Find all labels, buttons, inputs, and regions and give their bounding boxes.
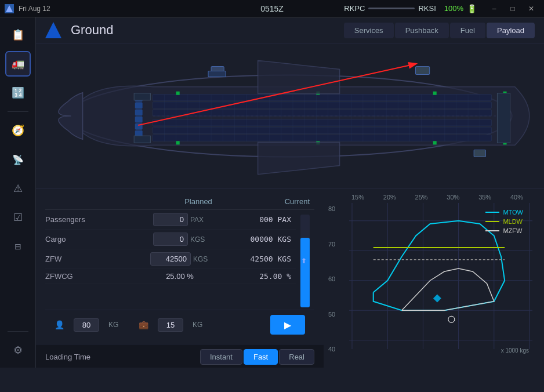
sidebar-item-checklist[interactable]: ☑ [5, 205, 31, 230]
payload-rows-wrapper: Passengers PAX 000 PAX Cargo [45, 210, 314, 310]
svg-rect-52 [497, 93, 510, 143]
tab-payload[interactable]: Payload [487, 23, 535, 38]
mldw-line [485, 221, 499, 222]
sidebar-item-sliders[interactable]: ⊟ [5, 234, 31, 259]
passengers-label: Passengers [45, 215, 133, 224]
compass-icon: 🧭 [12, 124, 24, 137]
bag-weight-input[interactable] [158, 318, 183, 332]
cargo-input[interactable] [153, 233, 188, 246]
close-button[interactable]: ✕ [523, 2, 539, 15]
maximize-button[interactable]: □ [505, 2, 521, 15]
gear-icon: ⚙ [13, 344, 23, 357]
minimize-button[interactable]: – [486, 2, 502, 15]
sidebar-item-clipboard[interactable]: 📋 [5, 22, 31, 48]
pax-weight-unit: KG [108, 321, 125, 329]
y-label-80: 80 [328, 205, 349, 212]
zfw-planned: KGS [133, 252, 226, 266]
svg-rect-43 [176, 141, 180, 144]
zfwcg-label: ZFWCG [45, 272, 133, 281]
tab-services[interactable]: Services [344, 23, 394, 38]
loading-fast-button[interactable]: Fast [244, 349, 278, 365]
zfwcg-current: 25.00 % [226, 272, 296, 281]
loading-instant-button[interactable]: Instant [200, 349, 242, 365]
clipboard-icon: 📋 [12, 28, 24, 41]
chart-area: 15% 20% 25% 30% 35% 40% 80 70 60 50 40 [324, 189, 544, 368]
sidebar-item-warning[interactable]: ⚠ [5, 176, 31, 201]
pax-weight-input[interactable] [74, 318, 99, 332]
svg-rect-42 [176, 92, 180, 95]
x-label-20: 20% [383, 194, 396, 201]
payload-header-row: Planned Current [45, 194, 314, 210]
payload-row-zfwcg: ZFWCG 25.00 % 25.00 % [45, 269, 296, 284]
legend-mzfw: MZFW [485, 227, 523, 234]
svg-rect-5 [135, 117, 142, 122]
upload-icon: ⬆ [301, 257, 307, 265]
sidebar: 📋 🚛 🔢 🧭 📡 ⚠ ☑ ⊟ ⚙ [0, 17, 36, 368]
svg-rect-46 [433, 92, 437, 95]
svg-rect-3 [135, 103, 142, 108]
loading-real-button[interactable]: Real [279, 349, 314, 365]
tab-pushback[interactable]: Pushback [395, 23, 449, 38]
passengers-input[interactable] [153, 213, 188, 226]
wifi-icon: 📡 [12, 154, 24, 165]
battery-icon: 🔋 [467, 4, 477, 13]
x-label-40: 40% [510, 194, 523, 201]
ground-header: Ground Services Pushback Fuel Payload [36, 17, 544, 43]
svg-rect-55 [208, 71, 226, 77]
route-display: RKPC RKSI 100% 🔋 [344, 2, 477, 15]
sidebar-item-settings[interactable]: ⚙ [5, 337, 31, 363]
aircraft-diagram [36, 43, 544, 188]
chart-y-labels: 80 70 60 50 40 [328, 203, 349, 355]
title-bar: Fri Aug 12 0515Z RKPC RKSI 100% 🔋 – □ ✕ [0, 0, 544, 17]
svg-rect-9 [153, 102, 491, 108]
sidebar-item-calculator[interactable]: 🔢 [5, 80, 31, 106]
chart-legend: MTOW MLDW MZFW [485, 209, 523, 234]
truck-icon: 🚛 [12, 57, 24, 70]
svg-rect-56 [415, 66, 429, 74]
col-current-header: Current [245, 197, 314, 206]
svg-rect-50 [134, 93, 150, 100]
calculator-icon: 🔢 [12, 86, 24, 99]
y-label-50: 50 [328, 311, 349, 318]
svg-rect-10 [153, 110, 491, 116]
svg-rect-6 [135, 124, 142, 129]
person-icon: 👤 [55, 320, 64, 329]
svg-rect-13 [153, 135, 491, 141]
zfw-input[interactable] [150, 252, 191, 266]
app-icon [5, 4, 14, 13]
y-label-70: 70 [328, 241, 349, 248]
tab-fuel[interactable]: Fuel [450, 23, 485, 38]
chart-x-unit: x 1000 kgs [501, 347, 529, 354]
checklist-icon: ☑ [13, 211, 23, 224]
seat-grid-top [153, 95, 491, 116]
cargo-label: Cargo [45, 235, 133, 244]
tab-group: Services Pushback Fuel Payload [344, 23, 535, 38]
time-btn-group: Instant Fast Real [200, 349, 314, 365]
content-area: Ground Services Pushback Fuel Payload [36, 17, 544, 368]
payload-row-passengers: Passengers PAX 000 PAX [45, 210, 296, 230]
sidebar-item-compass[interactable]: 🧭 [5, 118, 31, 143]
main-layout: 📋 🚛 🔢 🧭 📡 ⚠ ☑ ⊟ ⚙ [0, 17, 544, 368]
play-button[interactable]: ▶ [270, 315, 305, 335]
loading-time-bar: Loading Time Instant Fast Real [36, 344, 324, 368]
battery-text: 100% [444, 4, 463, 13]
payload-rows: Passengers PAX 000 PAX Cargo [45, 210, 296, 310]
briefcase-icon: 💼 [139, 320, 148, 329]
title-bar-left: Fri Aug 12 [5, 4, 50, 13]
page-title: Ground [71, 23, 335, 38]
chart-canvas-wrapper: 80 70 60 50 40 MTOW M [328, 203, 535, 355]
payload-table: Planned Current Passengers [36, 189, 324, 344]
dest-label: RKSI [418, 4, 436, 13]
sidebar-divider-2 [8, 331, 28, 332]
sidebar-item-truck[interactable]: 🚛 [5, 51, 31, 77]
sidebar-item-wifi[interactable]: 📡 [5, 147, 31, 172]
x-label-15: 15% [351, 194, 364, 201]
zfw-unit: KGS [193, 255, 209, 263]
zfwcg-planned-value: 25.00 % [133, 272, 226, 281]
cargo-current: 00000 KGS [226, 235, 296, 244]
payload-panel: Planned Current Passengers [36, 189, 324, 368]
payload-row-cargo: Cargo KGS 00000 KGS [45, 230, 296, 249]
bag-weight-unit: KG [193, 321, 209, 329]
mldw-label: MLDW [503, 218, 523, 225]
mtow-line [485, 212, 499, 213]
